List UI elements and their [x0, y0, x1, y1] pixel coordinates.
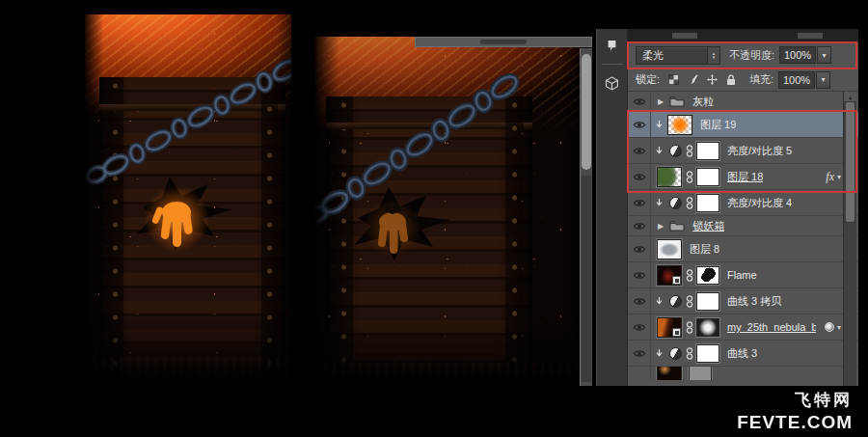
lock-all-icon[interactable]: [726, 74, 736, 86]
layer-thumbnail[interactable]: [667, 115, 692, 135]
layer-thumbnail[interactable]: [657, 239, 682, 259]
adjustment-layer-icon[interactable]: [669, 295, 682, 308]
visibility-toggle[interactable]: [628, 367, 651, 380]
document-scrollbar[interactable]: [580, 48, 592, 386]
layer-row-adjustment[interactable]: 曲线 3: [628, 341, 858, 367]
layer-name[interactable]: 灰粒: [692, 95, 714, 109]
watermark-band: 飞特网 FEVTE.COM: [0, 386, 868, 437]
opacity-value-field[interactable]: 100%: [779, 46, 816, 64]
document-canvas-left[interactable]: [85, 14, 291, 383]
collapsed-panel-icon[interactable]: [597, 29, 628, 62]
layer-thumbnail[interactable]: [657, 167, 682, 187]
layer-row-group[interactable]: ▶ 锁妖箱: [628, 216, 858, 236]
opacity-dropdown-button[interactable]: ▾: [817, 46, 831, 64]
layer-row-selected[interactable]: 图层 19: [628, 112, 858, 138]
layer-mask-thumbnail[interactable]: [696, 194, 719, 212]
lock-pixels-icon[interactable]: [688, 74, 698, 85]
visibility-toggle[interactable]: [628, 190, 651, 215]
layer-name[interactable]: 图层 18: [727, 170, 763, 184]
layer-mask-thumbnail[interactable]: [696, 344, 719, 363]
scroll-up-arrow[interactable]: ▴: [844, 92, 856, 101]
mask-link-icon[interactable]: [686, 269, 693, 282]
floating-window-titlebar[interactable]: [415, 37, 592, 47]
layer-row-group[interactable]: ▶ 灰粒: [628, 92, 858, 112]
layer-row-smart-object[interactable]: my_25th_nebula_by_mi... ▾: [628, 314, 858, 341]
smart-filter-icon[interactable]: [825, 322, 834, 332]
mask-link-icon[interactable]: [686, 171, 693, 183]
layer-row-adjustment[interactable]: 亮度/对比度 4: [628, 190, 858, 216]
clipping-mask-icon: [655, 198, 664, 207]
layers-panel-scrollbar[interactable]: ▴: [843, 92, 856, 386]
fill-dropdown-button[interactable]: ▾: [816, 71, 830, 89]
visibility-toggle[interactable]: [628, 288, 651, 314]
layer-row-adjustment[interactable]: 亮度/对比度 5: [628, 138, 858, 164]
watermark: 飞特网 FEVTE.COM: [737, 389, 853, 433]
blend-mode-select[interactable]: 柔光 ▴ ▾: [636, 46, 720, 65]
layer-row-smart-object[interactable]: Flame: [628, 262, 858, 288]
fill-value-field[interactable]: 100%: [778, 71, 815, 89]
scrollbar-thumb[interactable]: [582, 54, 591, 170]
visibility-toggle[interactable]: [628, 164, 651, 189]
effects-collapse-icon[interactable]: ▾: [837, 323, 841, 332]
layers-panel: 柔光 ▴ ▾ 不透明度: 100% ▾ 锁定: 填充: 100% ▾: [627, 29, 858, 386]
mask-link-icon[interactable]: [686, 295, 693, 308]
layer-name[interactable]: 图层 8: [690, 242, 719, 257]
panel-tab-strip: [628, 29, 858, 42]
clipping-mask-icon: [655, 348, 664, 358]
expand-triangle-icon[interactable]: ▶: [658, 222, 664, 231]
visibility-toggle[interactable]: [628, 216, 651, 235]
fill-label: 填充:: [749, 72, 773, 87]
layer-name[interactable]: 亮度/对比度 5: [727, 144, 792, 158]
adjustment-layer-icon[interactable]: [669, 197, 682, 209]
lock-label: 锁定:: [636, 72, 660, 87]
layer-mask-thumbnail[interactable]: [689, 367, 712, 380]
layer-name[interactable]: my_25th_nebula_by_mi...: [727, 321, 816, 333]
group-folder-icon: [669, 220, 685, 232]
layer-row-adjustment[interactable]: 曲线 3 拷贝: [628, 288, 858, 314]
3d-panel-icon[interactable]: [597, 67, 628, 99]
spinner-icon[interactable]: ▴ ▾: [707, 47, 719, 64]
lock-transparency-icon[interactable]: [668, 74, 679, 85]
clipping-mask-icon: [655, 296, 664, 306]
mask-link-icon[interactable]: [686, 145, 693, 157]
visibility-toggle[interactable]: [628, 341, 651, 366]
visibility-toggle[interactable]: [628, 92, 651, 111]
layer-mask-thumbnail[interactable]: [696, 318, 719, 337]
layer-name[interactable]: 曲线 3 拷贝: [727, 294, 781, 309]
visibility-toggle[interactable]: [628, 112, 651, 137]
expand-triangle-icon[interactable]: ▶: [658, 97, 664, 106]
layer-mask-thumbnail[interactable]: [696, 168, 719, 186]
smart-object-badge: [672, 328, 681, 337]
scrollbar-thumb[interactable]: [845, 101, 855, 223]
layer-thumbnail[interactable]: [657, 265, 682, 286]
mask-link-icon[interactable]: [686, 321, 693, 334]
mask-link-icon[interactable]: [686, 347, 693, 360]
layer-name[interactable]: 图层 19: [700, 118, 736, 132]
layer-name[interactable]: 亮度/对比度 4: [727, 196, 792, 210]
visibility-toggle[interactable]: [628, 314, 651, 340]
layer-row-partial[interactable]: [628, 367, 858, 380]
effects-collapse-icon[interactable]: ▾: [837, 173, 841, 181]
layer-thumbnail[interactable]: [657, 317, 682, 338]
debris-floor: [85, 357, 291, 379]
adjustment-layer-icon[interactable]: [669, 347, 682, 360]
layer-mask-thumbnail[interactable]: [696, 266, 719, 285]
layer-name[interactable]: 锁妖箱: [692, 219, 724, 233]
layer-name[interactable]: Flame: [727, 269, 757, 281]
document-canvas-floating[interactable]: [315, 37, 580, 386]
mask-link-icon[interactable]: [686, 197, 693, 209]
layer-row[interactable]: 图层 18 fx ▾: [628, 164, 858, 190]
dock-divider: [602, 64, 623, 65]
visibility-toggle[interactable]: [628, 138, 651, 163]
layer-mask-thumbnail[interactable]: [696, 292, 719, 311]
layer-name[interactable]: 曲线 3: [727, 346, 757, 361]
lock-position-icon[interactable]: [707, 74, 718, 85]
layer-mask-thumbnail[interactable]: [696, 142, 719, 160]
layer-effects-badge[interactable]: fx: [826, 170, 834, 184]
layer-thumbnail[interactable]: [657, 367, 682, 380]
layer-row[interactable]: 图层 8: [628, 236, 858, 262]
adjustment-layer-icon[interactable]: [669, 145, 682, 157]
visibility-toggle[interactable]: [628, 236, 651, 261]
site-url: FEVTE.COM: [737, 412, 853, 433]
visibility-toggle[interactable]: [628, 262, 651, 287]
